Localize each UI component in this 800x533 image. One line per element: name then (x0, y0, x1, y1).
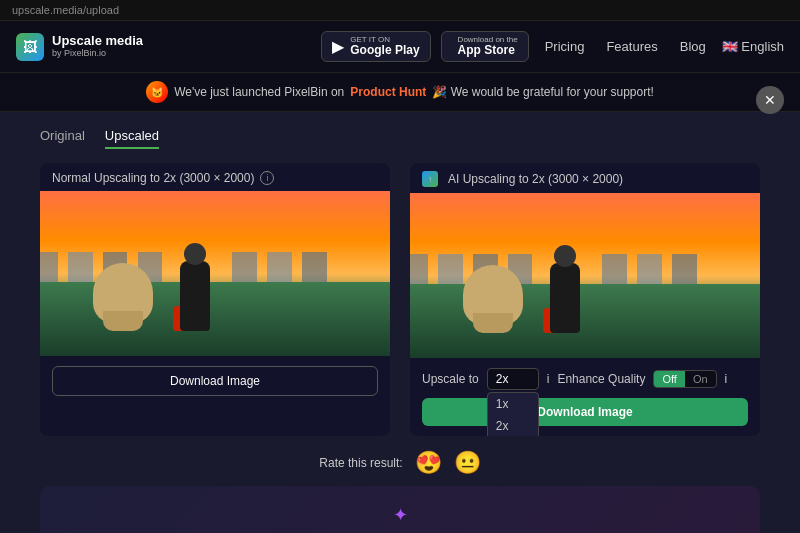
person-shape (180, 261, 210, 331)
normal-download-button[interactable]: Download Image (52, 366, 378, 396)
nav-right: ▶ GET IT ON Google Play Download on the … (321, 31, 784, 63)
ai-person-shape (550, 263, 580, 333)
normal-panel-title: Normal Upscaling to 2x (3000 × 2000) (52, 171, 254, 185)
normal-upscale-panel: Normal Upscaling to 2x (3000 × 2000) i D… (40, 163, 390, 436)
dropdown-1x[interactable]: 1x (488, 393, 538, 415)
logo-sub: by PixelBin.io (52, 49, 143, 59)
ph-avatar: 🐱 (146, 81, 168, 103)
announce-text-after: 🎉 We would be grateful for your support! (432, 85, 654, 99)
normal-image-container (40, 191, 390, 356)
comparison-grid: Normal Upscaling to 2x (3000 × 2000) i D… (40, 163, 760, 436)
enhance-info-icon[interactable]: i (725, 372, 728, 386)
url-text: upscale.media/upload (12, 4, 119, 16)
ai-upscale-icon: ↑ (422, 171, 438, 187)
features-link[interactable]: Features (600, 35, 663, 58)
upscale-select[interactable]: 1x 2x 4x (487, 368, 539, 390)
sparkle-icon: ✦ (60, 504, 740, 526)
skyline-decoration (40, 252, 390, 282)
navbar: 🖼 Upscale media by PixelBin.io ▶ GET IT … (0, 21, 800, 73)
ai-image-container (410, 193, 760, 358)
ai-dog-shape (463, 265, 523, 325)
google-play-text: GET IT ON Google Play (350, 36, 419, 58)
enhance-toggle[interactable]: Off On (653, 370, 716, 388)
neutral-rating-button[interactable]: 😐 (454, 450, 481, 476)
app-store-text: Download on the App Store (458, 36, 518, 58)
main-content: ✕ Original Upscaled Normal Upscaling to … (0, 112, 800, 533)
pricing-link[interactable]: Pricing (539, 35, 591, 58)
blog-link[interactable]: Blog (674, 35, 712, 58)
rating-section: Rate this result: 😍 😐 (40, 450, 760, 476)
bulk-cta-section: ✦ Want to Upscale images in bulk? Get Ea… (40, 486, 760, 533)
announcement-bar: 🐱 We've just launched PixelBin on Produc… (0, 73, 800, 112)
product-hunt-link[interactable]: Product Hunt (350, 85, 426, 99)
dropdown-2x[interactable]: 2x (488, 415, 538, 436)
tabs-container: Original Upscaled (40, 128, 760, 149)
tab-original[interactable]: Original (40, 128, 85, 149)
ai-download-button[interactable]: Download Image (422, 398, 748, 426)
normal-panel-controls: Download Image (40, 356, 390, 406)
ai-image-scene (410, 193, 760, 358)
normal-panel-header: Normal Upscaling to 2x (3000 × 2000) i (40, 163, 390, 191)
announce-text-before: We've just launched PixelBin on (174, 85, 344, 99)
ai-panel-title: AI Upscaling to 2x (3000 × 2000) (448, 172, 623, 186)
close-button[interactable]: ✕ (756, 86, 784, 114)
ai-skyline-decoration (410, 254, 760, 284)
normal-info-icon[interactable]: i (260, 171, 274, 185)
tab-upscaled[interactable]: Upscaled (105, 128, 159, 149)
logo-main: Upscale media (52, 34, 143, 48)
toggle-on-option[interactable]: On (685, 371, 716, 387)
rate-label: Rate this result: (319, 456, 402, 470)
upscale-to-label: Upscale to (422, 372, 479, 386)
language-selector[interactable]: 🇬🇧 English (722, 39, 784, 54)
upscale-select-wrapper: 1x 2x 4x 1x 2x 4x (487, 368, 539, 390)
ai-upscale-panel: ↑ AI Upscaling to 2x (3000 × 2000) Upsca… (410, 163, 760, 436)
ai-panel-controls: Upscale to 1x 2x 4x 1x 2x 4x (410, 358, 760, 436)
logo: 🖼 Upscale media by PixelBin.io (16, 33, 143, 61)
toggle-off-option[interactable]: Off (654, 371, 684, 387)
normal-image-scene (40, 191, 390, 356)
url-bar: upscale.media/upload (0, 0, 800, 21)
good-rating-button[interactable]: 😍 (415, 450, 442, 476)
logo-icon: 🖼 (16, 33, 44, 61)
ai-controls-row: Upscale to 1x 2x 4x 1x 2x 4x (422, 368, 748, 390)
google-play-icon: ▶ (332, 37, 344, 56)
google-play-button[interactable]: ▶ GET IT ON Google Play (321, 31, 430, 63)
ai-panel-header: ↑ AI Upscaling to 2x (3000 × 2000) (410, 163, 760, 193)
dog-shape (93, 263, 153, 323)
enhance-quality-label: Enhance Quality (557, 372, 645, 386)
upscale-info-icon[interactable]: i (547, 372, 550, 386)
upscale-dropdown: 1x 2x 4x (487, 392, 539, 436)
app-store-button[interactable]: Download on the App Store (441, 31, 529, 63)
logo-text: Upscale media by PixelBin.io (52, 34, 143, 58)
